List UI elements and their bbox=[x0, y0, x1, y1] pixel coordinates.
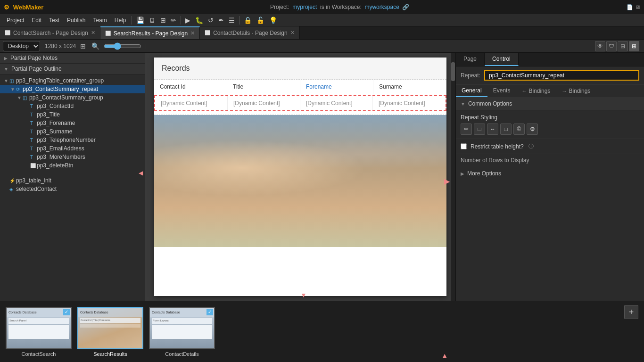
scrollbar-thumb[interactable] bbox=[451, 62, 455, 81]
thumb-bg-contactdetails: Contacts Database Form Layout bbox=[150, 308, 214, 348]
title-bar: ⚙ WebMaker Project: myproject is in Work… bbox=[0, 0, 644, 14]
panel-tab-page[interactable]: Page bbox=[456, 53, 485, 66]
list-btn[interactable]: ☰ bbox=[226, 16, 237, 25]
icon-contactid: T bbox=[30, 104, 37, 109]
common-options-header[interactable]: ▼ Common Options bbox=[456, 98, 644, 110]
tab-close-contactsearch[interactable]: ✕ bbox=[91, 30, 95, 36]
tree-item-contactsummary-repeat[interactable]: ▼ ⟳ pp3_ContactSummary_repeat bbox=[0, 85, 145, 93]
tree-item-deletebtn[interactable]: ⬜ pp3_deleteBtn bbox=[0, 161, 145, 170]
label-selectedcontact: selectedContact bbox=[16, 186, 57, 192]
tree-item-telephone[interactable]: T pp3_TelephoneNumber bbox=[0, 136, 145, 144]
tree-item-morenumbers[interactable]: T pp3_MoreNumbers bbox=[0, 153, 145, 161]
col-header-title: Title bbox=[227, 80, 300, 94]
menu-help[interactable]: Help bbox=[111, 16, 130, 25]
outline-arrow: ▼ bbox=[4, 66, 8, 72]
layout-btn[interactable]: ⊞ bbox=[158, 16, 168, 25]
add-page-button[interactable]: + bbox=[624, 305, 638, 319]
sidebar: ▶ Partial Page Notes ▼ Partial Page Outl… bbox=[0, 53, 145, 301]
label-morenumbers: pp3_MoreNumbers bbox=[37, 154, 85, 160]
menu-project[interactable]: Project bbox=[3, 16, 28, 25]
app-logo: ⚙ WebMaker bbox=[4, 4, 45, 11]
canvas-scroll[interactable]: Records Contact Id Title Forename Surnam… bbox=[145, 53, 455, 301]
tree-item-email[interactable]: T pp3_EmailAddress bbox=[0, 144, 145, 153]
icon-pagingtable: ◫ bbox=[9, 78, 16, 83]
tab-contactsearch[interactable]: ⬜ ContactSearch - Page Design ✕ bbox=[0, 26, 100, 39]
sidebar-scroll-indicator: ◀ bbox=[139, 170, 143, 176]
project-label: Project: bbox=[270, 4, 289, 10]
label-surname: pp3_Surname bbox=[37, 128, 72, 135]
resolution-preset-btn[interactable]: ⊞ bbox=[79, 42, 87, 50]
debug-btn[interactable]: 🐛 bbox=[193, 16, 206, 25]
menu-edit[interactable]: Edit bbox=[28, 16, 45, 25]
more-options-arrow: ▶ bbox=[461, 171, 464, 176]
menu-test[interactable]: Test bbox=[45, 16, 63, 25]
partial-page-notes-header[interactable]: ▶ Partial Page Notes bbox=[0, 53, 145, 64]
tree-item-contactid[interactable]: T pp3_ContactId bbox=[0, 102, 145, 110]
run-btn[interactable]: ▶ bbox=[183, 16, 193, 25]
style-icon-pen[interactable]: ✏ bbox=[461, 123, 472, 135]
repeat-value-input[interactable] bbox=[484, 70, 639, 81]
page-thumb-searchresults[interactable]: Contacts Database Contact Id | Title | F… bbox=[77, 307, 143, 357]
menu-team[interactable]: Team bbox=[89, 16, 110, 25]
tree-item-surname[interactable]: T pp3_Surname bbox=[0, 127, 145, 136]
tree-item-table-init[interactable]: ⚡ pp3_table_init bbox=[0, 176, 145, 185]
prop-tab-bindings-in[interactable]: ← Bindings bbox=[516, 85, 556, 97]
thumb-check-contactdetails: ✓ bbox=[206, 309, 213, 315]
zoom-fit-btn[interactable]: 🔍 bbox=[90, 42, 101, 50]
label-contactid: pp3_ContactId bbox=[37, 103, 74, 109]
panel-tab-control[interactable]: Control bbox=[485, 53, 519, 66]
partial-page-outline-header[interactable]: ▼ Partial Page Outline bbox=[0, 64, 145, 74]
more-options-section[interactable]: ▶ More Options bbox=[456, 166, 644, 181]
label-title: pp3_Title bbox=[37, 111, 60, 118]
prop-tab-events[interactable]: Events bbox=[487, 85, 516, 97]
style-icon-gear[interactable]: ⚙ bbox=[527, 123, 538, 135]
menu-publish[interactable]: Publish bbox=[63, 16, 89, 25]
prop-tab-bindings-out[interactable]: → Bindings bbox=[556, 85, 596, 97]
lock-btn[interactable]: 🔒 bbox=[241, 16, 254, 25]
grid-view-btn[interactable]: ⊟ bbox=[618, 41, 628, 51]
table-view-btn[interactable]: ⊞ bbox=[629, 41, 639, 51]
light-btn[interactable]: 💡 bbox=[267, 16, 280, 25]
zoom-slider[interactable] bbox=[104, 42, 141, 50]
preview-btn[interactable]: 🖥 bbox=[147, 16, 158, 25]
dynamic-content-row[interactable]: [Dynamic Content] [Dynamic Content] [Dyn… bbox=[154, 95, 446, 111]
canvas-scrollbar[interactable] bbox=[451, 53, 455, 301]
shield-view-btn[interactable]: 🛡 bbox=[606, 41, 617, 51]
tab-label-searchresults: SearchResults - Page Design bbox=[114, 30, 188, 37]
label-pagingtable: pp3_PagingTable_container_group bbox=[16, 77, 104, 84]
prop-tab-general[interactable]: General bbox=[456, 85, 487, 97]
label-telephone: pp3_TelephoneNumber bbox=[37, 137, 96, 143]
device-select[interactable]: Desktop bbox=[3, 41, 40, 51]
style-icon-layout[interactable]: □ bbox=[500, 123, 512, 135]
style-icon-copy[interactable]: © bbox=[513, 123, 525, 135]
eye-view-btn[interactable]: 👁 bbox=[595, 41, 605, 51]
view-icons: 👁 🛡 ⊟ ⊞ bbox=[595, 41, 639, 51]
tree-item-forename[interactable]: T pp3_Forename bbox=[0, 119, 145, 127]
canvas-right-arrow[interactable]: ▶ bbox=[444, 177, 450, 186]
pencil2-btn[interactable]: ✒ bbox=[216, 16, 226, 25]
thumb-image-searchresults: Contacts Database Contact Id | Title | F… bbox=[77, 307, 143, 349]
tab-contactdetails[interactable]: ⬜ ContactDetails - Page Design ✕ bbox=[200, 26, 299, 39]
bindings-in-label: Bindings bbox=[528, 88, 550, 94]
refresh-btn[interactable]: ↺ bbox=[206, 16, 216, 25]
style-icon-resize[interactable]: ↔ bbox=[487, 123, 498, 135]
page-thumb-contactsearch[interactable]: Contacts Database Search Panel ✓ Contact… bbox=[6, 307, 72, 357]
save-btn[interactable]: 💾 bbox=[134, 16, 147, 25]
tree-item-pagingtable[interactable]: ▼ ◫ pp3_PagingTable_container_group bbox=[0, 76, 145, 85]
col-header-contactid: Contact Id bbox=[154, 80, 227, 94]
pen-btn[interactable]: ✏ bbox=[168, 16, 179, 25]
tree-item-title[interactable]: T pp3_Title bbox=[0, 110, 145, 119]
page-thumb-contactdetails[interactable]: Contacts Database Form Layout ✓ ContactD… bbox=[149, 307, 215, 357]
tab-close-searchresults[interactable]: ✕ bbox=[190, 30, 195, 36]
unlock-btn[interactable]: 🔓 bbox=[254, 16, 267, 25]
bottom-arrow-up[interactable]: ▲ bbox=[441, 352, 448, 359]
canvas-bottom-arrow[interactable]: ▼ bbox=[300, 291, 307, 299]
tree-item-contactsummary-group[interactable]: ▼ ◫ pp3_ContactSummary_group bbox=[0, 93, 145, 102]
device-bar: Desktop 1280 x 1024 ⊞ 🔍 | 👁 🛡 ⊟ ⊞ bbox=[0, 40, 644, 53]
tab-close-contactdetails[interactable]: ✕ bbox=[290, 30, 295, 36]
restrict-height-checkbox[interactable] bbox=[461, 143, 467, 149]
tab-searchresults[interactable]: ⬜ SearchResults - Page Design ✕ bbox=[100, 26, 200, 39]
tree-item-selectedcontact[interactable]: ◈ selectedContact bbox=[0, 185, 145, 193]
bindings-out-arrow: → bbox=[561, 88, 567, 94]
style-icon-box[interactable]: □ bbox=[474, 123, 485, 135]
